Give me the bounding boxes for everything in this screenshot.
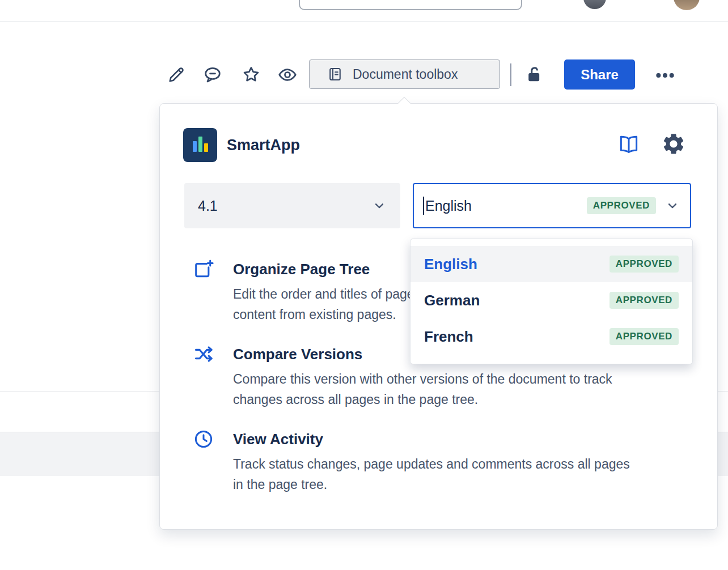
search-input[interactable]: [299, 0, 522, 10]
menu-item-description: Track status changes, page updates and c…: [233, 454, 703, 495]
menu-item-title: View Activity: [233, 428, 703, 450]
settings-button[interactable]: [661, 131, 686, 156]
screen: Document toolbox Share SmartApp: [0, 0, 728, 570]
avatar[interactable]: [674, 0, 700, 10]
watch-button[interactable]: [277, 64, 298, 86]
text-cursor: [423, 197, 424, 215]
toolbar-divider: [510, 63, 511, 86]
app-logo: [183, 128, 217, 162]
menu-item-description: Compare this version with other versions…: [233, 369, 703, 410]
more-button[interactable]: [653, 65, 678, 86]
status-badge: APPROVED: [587, 197, 656, 214]
status-badge: APPROVED: [610, 256, 679, 273]
bar-chart-logo-icon: [183, 128, 217, 162]
language-option-label: German: [424, 292, 480, 309]
chevron-down-icon: [372, 198, 387, 213]
language-select[interactable]: English APPROVED: [413, 183, 691, 228]
version-select[interactable]: 4.1: [184, 183, 400, 228]
language-option-french[interactable]: French APPROVED: [410, 318, 692, 355]
share-button[interactable]: Share: [564, 59, 635, 90]
unlock-icon: [524, 65, 544, 85]
organize-page-tree-icon: [193, 258, 214, 280]
document-toolbox-panel: SmartApp 4.1 English APPROVED: [159, 103, 718, 530]
language-option-label: French: [424, 328, 473, 346]
top-divider: [0, 21, 728, 22]
language-dropdown: English APPROVED German APPROVED French …: [410, 239, 693, 364]
document-toolbox-button[interactable]: Document toolbox: [309, 59, 500, 89]
documentation-button[interactable]: [617, 133, 641, 156]
comment-icon: [202, 65, 223, 85]
document-toolbox-label: Document toolbox: [353, 67, 458, 82]
status-badge: APPROVED: [610, 292, 679, 309]
document-toolbox-icon: [327, 66, 344, 83]
favorite-button[interactable]: [240, 64, 262, 86]
chevron-down-icon: [665, 198, 680, 213]
share-label: Share: [581, 67, 619, 83]
menu-item-view-activity[interactable]: View Activity Track status changes, page…: [193, 428, 703, 495]
app-name: SmartApp: [227, 136, 300, 154]
star-icon: [241, 65, 261, 85]
language-select-value: English: [425, 198, 472, 214]
status-badge: APPROVED: [610, 328, 679, 345]
edit-button[interactable]: [166, 64, 187, 86]
language-option-german[interactable]: German APPROVED: [410, 282, 692, 318]
panel-caret: [398, 97, 411, 110]
avatar[interactable]: [583, 0, 606, 9]
ellipsis-icon: [654, 64, 676, 87]
book-icon: [617, 133, 641, 156]
language-option-label: English: [424, 256, 477, 273]
language-option-english[interactable]: English APPROVED: [410, 246, 692, 282]
edit-icon: [166, 65, 187, 85]
comment-button[interactable]: [202, 64, 223, 86]
compare-versions-icon: [193, 343, 214, 365]
view-activity-icon: [193, 428, 214, 450]
restrictions-button[interactable]: [523, 64, 545, 86]
gear-icon: [661, 131, 686, 156]
watch-icon: [277, 65, 298, 85]
version-select-value: 4.1: [198, 198, 218, 214]
